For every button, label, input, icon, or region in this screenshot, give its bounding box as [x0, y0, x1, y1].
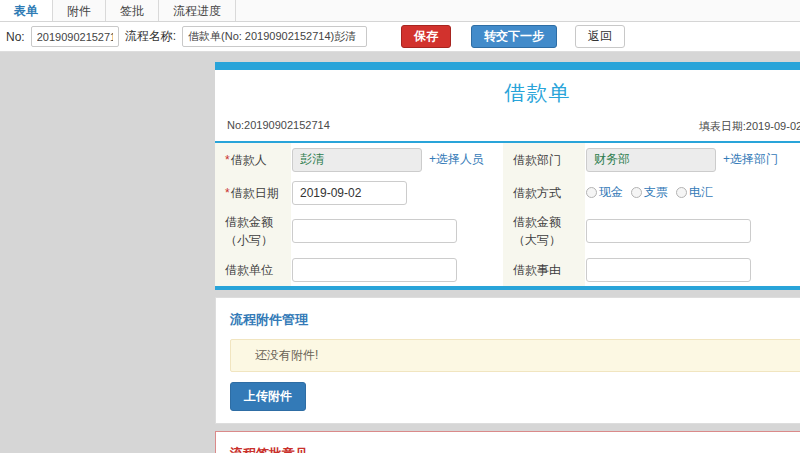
tab-bar: 表单 附件 签批 流程进度 — [0, 0, 800, 22]
loan-form-panel: 借款单 No:20190902152714 填表日期:2019-09-02 15… — [215, 62, 800, 453]
panel-bottom-bar — [215, 286, 800, 290]
form-meta-row: No:20190902152714 填表日期:2019-09-02 15:27:… — [227, 117, 800, 141]
content-area: 借款单 No:20190902152714 填表日期:2019-09-02 15… — [0, 52, 800, 453]
loan-reason-cell — [585, 253, 800, 286]
amount-upper-input[interactable] — [586, 219, 751, 243]
no-attachments-alert: 还没有附件! — [230, 339, 800, 372]
attachments-heading: 流程附件管理 — [230, 311, 800, 329]
borrower-label: *借款人 — [215, 143, 291, 176]
amount-lower-label: 借款金额（小写） — [215, 209, 291, 253]
form-title: 借款单 — [227, 72, 800, 117]
select-department-link[interactable]: +选择部门 — [723, 151, 778, 168]
amount-lower-input[interactable] — [292, 219, 457, 243]
borrower-input[interactable] — [292, 148, 422, 172]
form-header: 借款单 No:20190902152714 填表日期:2019-09-02 15… — [215, 70, 800, 143]
command-bar: No: 流程名称: 保存 转交下一步 返回 — [0, 22, 800, 52]
no-input[interactable] — [31, 26, 119, 47]
radio-icon[interactable] — [676, 187, 687, 198]
amount-upper-label: 借款金额（大写） — [503, 209, 585, 253]
select-person-link[interactable]: +选择人员 — [429, 151, 484, 168]
forward-next-step-button[interactable]: 转交下一步 — [471, 25, 557, 48]
loan-date-input[interactable] — [292, 181, 407, 205]
loan-method-radio-group: 现金 支票 电汇 — [586, 184, 713, 201]
loan-unit-label: 借款单位 — [215, 253, 291, 286]
loan-unit-input[interactable] — [292, 258, 457, 282]
tab-approval[interactable]: 签批 — [106, 0, 159, 21]
approval-heading: 流程签批意见 — [230, 445, 800, 453]
save-button[interactable]: 保存 — [401, 25, 451, 48]
form-fill-date: 填表日期:2019-09-02 15:27:14 — [699, 119, 800, 134]
loan-method-cell: 现金 支票 电汇 — [585, 176, 800, 209]
flow-name-input[interactable] — [182, 26, 367, 47]
form-number: No:20190902152714 — [227, 119, 330, 134]
amount-lower-cell — [291, 209, 503, 253]
radio-icon[interactable] — [586, 187, 597, 198]
loan-unit-cell — [291, 253, 503, 286]
amount-upper-cell — [585, 209, 800, 253]
radio-option-cash[interactable]: 现金 — [586, 184, 623, 201]
department-label: 借款部门 — [503, 143, 585, 176]
required-mark: * — [225, 186, 230, 200]
approval-comments-panel: 流程签批意见 B I abc A ⚑ « » ” — [215, 431, 800, 453]
loan-reason-label: 借款事由 — [503, 253, 585, 286]
form-fields: *借款人 +选择人员 借款部门 +选择部门 *借款日期 借款方式 — [215, 143, 800, 286]
radio-option-wire[interactable]: 电汇 — [676, 184, 713, 201]
radio-icon[interactable] — [631, 187, 642, 198]
required-mark: * — [225, 153, 230, 167]
department-cell: +选择部门 — [585, 143, 800, 176]
borrower-cell: +选择人员 — [291, 143, 503, 176]
loan-method-label: 借款方式 — [503, 176, 585, 209]
no-label: No: — [6, 30, 25, 44]
upload-attachment-button[interactable]: 上传附件 — [230, 382, 306, 411]
tab-attachment[interactable]: 附件 — [53, 0, 106, 21]
panel-top-bar — [215, 62, 800, 70]
radio-option-cheque[interactable]: 支票 — [631, 184, 668, 201]
back-button[interactable]: 返回 — [575, 25, 625, 48]
department-input[interactable] — [586, 148, 716, 172]
loan-date-label: *借款日期 — [215, 176, 291, 209]
loan-date-cell — [291, 176, 503, 209]
attachments-panel: 流程附件管理 还没有附件! 上传附件 — [215, 297, 800, 424]
page: { "tabs": [ { "label": "表单", "active": t… — [0, 0, 800, 453]
tab-form[interactable]: 表单 — [0, 0, 53, 21]
flow-name-label: 流程名称: — [125, 28, 176, 45]
loan-reason-input[interactable] — [586, 258, 751, 282]
tab-progress[interactable]: 流程进度 — [159, 0, 236, 21]
